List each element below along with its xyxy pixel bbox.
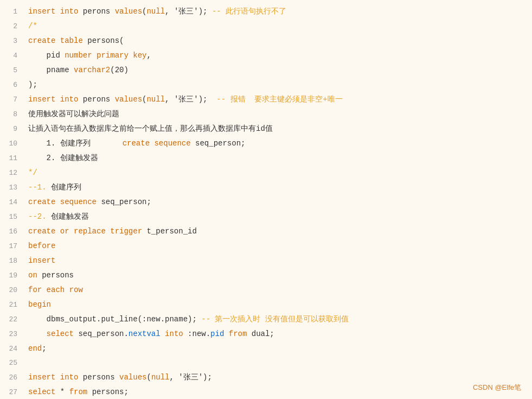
code-line-14: 14 create sequence seq_person; xyxy=(0,195,532,210)
code-line-8: 8 使用触发器可以解决此问题 xyxy=(0,107,532,122)
line-num-5: 5 xyxy=(0,64,26,77)
line-content-14: create sequence seq_person; xyxy=(26,195,532,208)
line-content-24: end; xyxy=(26,342,532,355)
line-content-16: create or replace trigger t_person_id xyxy=(26,225,532,238)
code-line-1: 1 insert into perons values(null, '张三');… xyxy=(0,4,532,19)
code-line-25: 25 xyxy=(0,356,532,370)
code-line-10: 10 1. 创建序列 create sequence seq_person; xyxy=(0,136,532,151)
line-num-3: 3 xyxy=(0,35,26,48)
line-num-4: 4 xyxy=(0,49,26,62)
line-num-18: 18 xyxy=(0,255,26,268)
line-num-13: 13 xyxy=(0,181,26,194)
line-num-11: 11 xyxy=(0,152,26,165)
line-num-20: 20 xyxy=(0,284,26,297)
line-content-15: --2. 创建触发器 xyxy=(26,210,532,223)
code-line-7: 7 insert into perons values(null, '张三');… xyxy=(0,92,532,107)
line-content-2: /* xyxy=(26,20,532,33)
watermark: CSDN @Elfe笔 xyxy=(473,383,521,392)
line-num-19: 19 xyxy=(0,269,26,282)
code-line-21: 21 begin xyxy=(0,297,532,312)
code-line-12: 12 */ xyxy=(0,166,532,180)
code-line-5: 5 pname varchar2(20) xyxy=(0,63,532,78)
line-num-21: 21 xyxy=(0,299,26,312)
line-content-21: begin xyxy=(26,298,532,311)
line-num-7: 7 xyxy=(0,93,26,106)
line-num-16: 16 xyxy=(0,225,26,238)
line-content-26: insert into persons values(null, '张三'); xyxy=(26,371,532,384)
line-num-22: 22 xyxy=(0,313,26,326)
line-content-18: insert xyxy=(26,254,532,267)
line-content-7: insert into perons values(null, '张三'); -… xyxy=(26,93,532,106)
line-content-6: ); xyxy=(26,78,532,91)
line-num-17: 17 xyxy=(0,240,26,253)
code-line-11: 11 2. 创建触发器 xyxy=(0,151,532,166)
code-line-16: 16 create or replace trigger t_person_id xyxy=(0,224,532,239)
line-num-6: 6 xyxy=(0,79,26,92)
line-content-23: select seq_person.nextval into :new.pid … xyxy=(26,327,532,340)
code-line-26: 26 insert into persons values(null, '张三'… xyxy=(0,370,532,385)
line-num-27: 27 xyxy=(0,386,26,399)
line-num-10: 10 xyxy=(0,137,26,150)
line-content-4: pid number primary key, xyxy=(26,49,532,62)
code-line-27: 27 select * from persons; xyxy=(0,385,532,399)
code-line-23: 23 select seq_person.nextval into :new.p… xyxy=(0,327,532,341)
line-num-23: 23 xyxy=(0,328,26,341)
code-line-6: 6 ); xyxy=(0,78,532,92)
code-line-22: 22 dbms_output.put_line(:new.pname); -- … xyxy=(0,312,532,327)
line-content-8: 使用触发器可以解决此问题 xyxy=(26,107,532,121)
line-num-26: 26 xyxy=(0,371,26,384)
line-num-12: 12 xyxy=(0,167,26,180)
code-line-24: 24 end; xyxy=(0,341,532,356)
line-content-11: 2. 创建触发器 xyxy=(26,151,532,164)
code-line-3: 3 create table persons( xyxy=(0,34,532,48)
line-num-2: 2 xyxy=(0,20,26,33)
line-content-27: select * from persons; xyxy=(26,385,532,398)
line-num-24: 24 xyxy=(0,343,26,356)
code-line-17: 17 before xyxy=(0,239,532,254)
line-content-10: 1. 创建序列 create sequence seq_person; xyxy=(26,137,532,150)
line-content-22: dbms_output.put_line(:new.pname); -- 第一次… xyxy=(26,313,532,326)
line-content-19: on persons xyxy=(26,269,532,282)
line-num-14: 14 xyxy=(0,196,26,209)
line-content-5: pname varchar2(20) xyxy=(26,64,532,77)
line-content-13: --1. 创建序列 xyxy=(26,181,532,194)
line-num-25: 25 xyxy=(0,357,26,370)
line-num-8: 8 xyxy=(0,108,26,121)
code-line-20: 20 for each row xyxy=(0,283,532,297)
code-line-13: 13 --1. 创建序列 xyxy=(0,180,532,195)
line-num-1: 1 xyxy=(0,5,26,18)
code-line-2: 2 /* xyxy=(0,19,532,34)
line-content-17: before xyxy=(26,239,532,252)
code-line-9: 9 让插入语句在插入数据库之前给一个赋上值，那么再插入数据库中有id值 xyxy=(0,122,532,136)
line-num-15: 15 xyxy=(0,211,26,224)
code-line-18: 18 insert xyxy=(0,254,532,268)
code-editor: 1 insert into perons values(null, '张三');… xyxy=(0,0,532,399)
code-line-15: 15 --2. 创建触发器 xyxy=(0,210,532,224)
line-content-9: 让插入语句在插入数据库之前给一个赋上值，那么再插入数据库中有id值 xyxy=(26,122,532,135)
line-content-1: insert into perons values(null, '张三'); -… xyxy=(26,5,532,18)
line-content-3: create table persons( xyxy=(26,34,532,47)
line-content-12: */ xyxy=(26,166,532,179)
line-num-9: 9 xyxy=(0,123,26,136)
code-line-4: 4 pid number primary key, xyxy=(0,48,532,63)
code-line-19: 19 on persons xyxy=(0,268,532,283)
line-content-20: for each row xyxy=(26,283,532,296)
